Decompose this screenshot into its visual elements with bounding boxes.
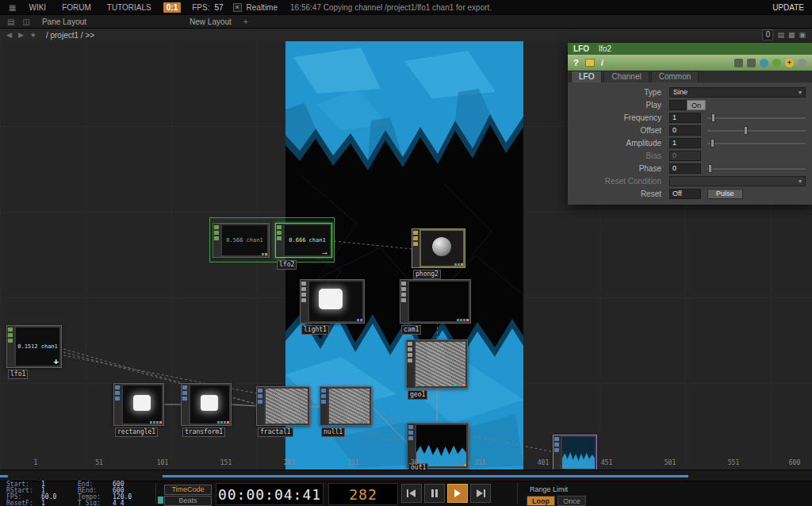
node-label-fractal1[interactable]: fractal1	[258, 427, 293, 437]
op-count-box: 0	[762, 29, 773, 40]
menu-wiki[interactable]: WIKI	[21, 3, 53, 12]
light-preview	[319, 289, 343, 309]
beats-mode-button[interactable]: Beats	[164, 496, 212, 506]
pane-layout-menu[interactable]: Pane Layout	[34, 17, 94, 26]
network-path[interactable]: / project1 / >>	[40, 31, 101, 40]
add-page-icon[interactable]: +	[785, 59, 794, 67]
node-label-lfo1[interactable]: lfo1	[8, 370, 28, 379]
node-label-light1[interactable]: light1	[301, 325, 329, 335]
update-button[interactable]: UPDATE	[772, 3, 807, 12]
info-icon[interactable]: i	[601, 58, 603, 67]
param-label: Frequency	[568, 113, 669, 122]
offset-field[interactable]: 0	[669, 125, 701, 136]
float-window-icon[interactable]: ▣	[799, 31, 806, 39]
comment-icon[interactable]	[734, 59, 743, 67]
loop-button[interactable]: Loop	[527, 496, 555, 506]
node-fractal1[interactable]	[256, 386, 310, 426]
tab-lfo[interactable]: LFO	[571, 71, 602, 82]
node-label-geo1[interactable]: geo1	[408, 390, 427, 400]
tab-common[interactable]: Common	[651, 71, 699, 82]
timeline-scrollbar[interactable]	[0, 470, 812, 481]
language-mode-icon[interactable]	[772, 59, 781, 67]
node-label-lfo2[interactable]: lfo2	[277, 260, 297, 270]
op-name-field[interactable]: lfo2	[599, 44, 611, 53]
python-mode-icon[interactable]	[760, 59, 768, 67]
reset-pulse-button[interactable]: Pulse	[707, 189, 743, 199]
realtime-toggle-icon[interactable]: ×	[233, 3, 242, 12]
frequency-field[interactable]: 1	[669, 113, 701, 123]
once-button[interactable]: Once	[557, 496, 586, 506]
node-light1[interactable]	[300, 279, 365, 324]
alert-badge[interactable]: 0:1	[163, 2, 181, 13]
node-cam1[interactable]	[400, 279, 471, 324]
node-flags	[454, 384, 465, 386]
phase-slider[interactable]	[707, 163, 806, 174]
node-lfo2[interactable]: 0.666 chan1 →	[275, 223, 332, 258]
nav-back-icon[interactable]: ◀	[3, 31, 15, 39]
node-out1[interactable]	[407, 423, 469, 469]
resetf-value[interactable]: 1	[41, 500, 45, 506]
list-view-icon[interactable]: ▦	[788, 31, 795, 39]
phase-field[interactable]: 0	[669, 163, 701, 174]
more-info-icon[interactable]	[798, 59, 806, 67]
param-row-bias: Bias 0	[568, 149, 812, 162]
range-bar[interactable]	[163, 475, 688, 477]
param-label: Play	[568, 101, 669, 109]
node-phong2[interactable]	[412, 228, 465, 268]
node-null1[interactable]	[320, 386, 372, 426]
param-strip	[301, 280, 308, 323]
tab-channel[interactable]: Channel	[603, 71, 649, 82]
menu-tutorials[interactable]: TUTORIALS	[100, 3, 159, 12]
new-layout-button[interactable]: New Layout	[182, 17, 239, 26]
play-button[interactable]	[447, 484, 468, 503]
play-off-toggle[interactable]	[669, 100, 687, 110]
jump-end-button[interactable]	[470, 484, 491, 503]
export-plus-icon: +	[54, 358, 59, 366]
amplitude-field[interactable]: 1	[669, 138, 701, 148]
add-layout-button[interactable]: +	[239, 17, 252, 26]
node-flags	[262, 253, 267, 255]
fps-label: FPS:	[192, 3, 209, 12]
node-geo1[interactable]	[406, 339, 468, 389]
nav-forward-icon[interactable]: ▶	[15, 31, 27, 39]
node-rectangle1[interactable]	[113, 383, 164, 426]
expression-icon[interactable]	[747, 59, 756, 67]
op-type-label: LFO	[573, 44, 589, 53]
node-display-top[interactable]	[553, 435, 597, 471]
bias-field[interactable]: 0	[669, 151, 701, 161]
node-lfo1[interactable]: 0.1512 chan1 +	[6, 325, 62, 368]
node-label-rectangle1[interactable]: rectangle1	[115, 427, 158, 437]
help-icon[interactable]: ?	[573, 58, 579, 67]
param-row-play: Play On	[568, 98, 812, 111]
panes-icon[interactable]: ▤	[3, 17, 18, 26]
offset-slider[interactable]	[707, 125, 806, 136]
range-bar-left[interactable]	[0, 475, 8, 477]
split-pane-icon[interactable]: ◫	[18, 17, 33, 26]
timecode-mode-button[interactable]: TimeCode	[164, 485, 212, 495]
amplitude-slider[interactable]	[707, 138, 806, 148]
node-label-transform1[interactable]: transform1	[182, 427, 225, 437]
frequency-slider[interactable]	[707, 113, 806, 123]
param-label: Phase	[568, 164, 669, 173]
channel-value: 0.566 chan1	[222, 225, 267, 255]
bookmark-star-icon[interactable]: ★	[27, 31, 40, 39]
grid-view-icon[interactable]: ▤	[777, 31, 784, 39]
frame-counter[interactable]: 282	[328, 483, 398, 505]
tsig-value[interactable]: 4 4	[113, 500, 124, 506]
node-label-cam1[interactable]: cam1	[401, 325, 421, 335]
type-dropdown[interactable]: Sine ▾	[669, 87, 806, 98]
pause-button[interactable]	[424, 484, 445, 503]
node-chop-a[interactable]: 0.566 chan1	[213, 223, 270, 258]
node-label-null1[interactable]: null1	[321, 427, 345, 437]
param-strip	[400, 280, 408, 323]
reset-condition-dropdown[interactable]: ▾	[669, 176, 806, 186]
app-menu-icon[interactable]: ▦	[5, 3, 20, 12]
reset-field[interactable]: Off	[669, 189, 701, 199]
node-transform1[interactable]	[181, 383, 232, 426]
jump-start-button[interactable]	[401, 484, 422, 503]
menu-forum[interactable]: FORUM	[55, 3, 98, 12]
panel-title-bar[interactable]: LFO lfo2	[568, 43, 812, 55]
node-label-phong2[interactable]: phong2	[413, 270, 441, 279]
play-on-toggle[interactable]: On	[687, 100, 706, 110]
realtime-label[interactable]: Realtime	[247, 3, 278, 12]
